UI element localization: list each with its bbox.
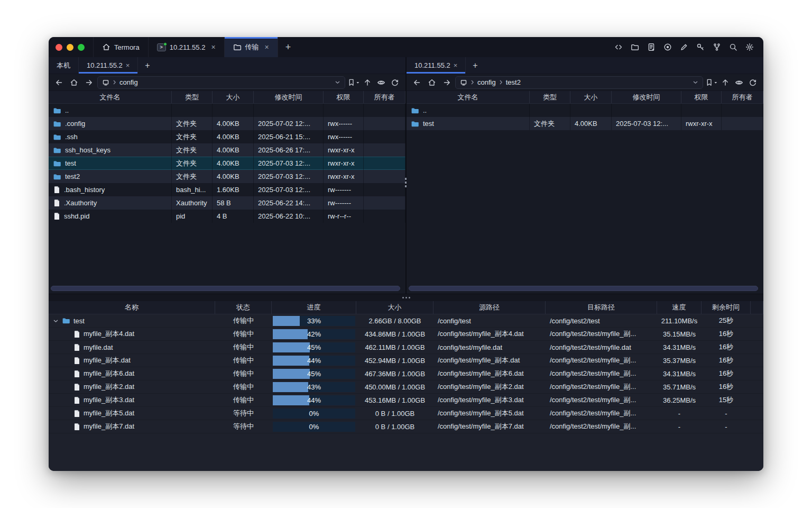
column-header[interactable]: 文件名: [407, 91, 530, 103]
transfer-row-myfile_副本7.dat[interactable]: myfile_副本7.dat等待中0%0 B / 1.00GB/config/t…: [49, 420, 763, 433]
file-size: 4.00KB: [217, 146, 239, 154]
title-tab-10.211.55.2[interactable]: >10.211.55.2×: [149, 37, 225, 57]
forward-button[interactable]: [82, 76, 95, 89]
forward-button[interactable]: [440, 76, 453, 89]
column-header[interactable]: 文件名: [49, 91, 172, 103]
bookmark-button[interactable]: [347, 76, 360, 89]
bookmark-button[interactable]: [705, 76, 718, 89]
code-icon[interactable]: [614, 42, 623, 52]
refresh-button[interactable]: [389, 76, 401, 89]
right-pane-tab-10.211.55.2[interactable]: 10.211.55.2×: [407, 57, 466, 74]
file-row-.ssh[interactable]: .ssh文件夹4.00KB2025-06-21 15:...rwx------: [49, 130, 405, 143]
column-header[interactable]: 所有者: [722, 91, 763, 103]
transfer-column-header[interactable]: 目标路径: [546, 301, 657, 314]
transfer-row-test[interactable]: test传输中33%2.66GB / 8.00GB/config/test/co…: [49, 314, 763, 328]
file-row-test[interactable]: test文件夹4.00KB2025-07-03 12:...rwxr-xr-x: [49, 157, 405, 170]
chevron-right-icon: [470, 79, 475, 85]
path-dropdown-icon[interactable]: [693, 79, 698, 85]
edit-icon[interactable]: [679, 42, 689, 52]
folder-icon[interactable]: [630, 42, 640, 52]
file-row-test2[interactable]: test2文件夹4.00KB2025-07-03 12:...rwxr-xr-x: [49, 170, 405, 183]
column-header[interactable]: 类型: [172, 91, 213, 103]
column-header[interactable]: 修改时间: [254, 91, 324, 103]
path-segment[interactable]: config: [477, 78, 496, 86]
zoom-window-button[interactable]: [78, 44, 85, 51]
file-icon: [73, 330, 80, 338]
file-row-..[interactable]: ..: [49, 104, 405, 117]
column-header[interactable]: 所有者: [364, 91, 405, 103]
close-icon[interactable]: ×: [211, 43, 215, 51]
transfer-size: 434.86MB / 1.00GB: [365, 330, 425, 338]
new-tab-button[interactable]: +: [278, 37, 299, 57]
file-row-.config[interactable]: .config文件夹4.00KB2025-07-02 12:...rwx----…: [49, 117, 405, 130]
transfer-column-filler: [751, 301, 763, 314]
close-icon[interactable]: ×: [454, 61, 458, 69]
back-button[interactable]: [53, 76, 66, 89]
transfer-column-header[interactable]: 速度: [657, 301, 702, 314]
file-row-..[interactable]: ..: [407, 104, 763, 117]
file-row-.Xauthority[interactable]: .XauthorityXauthority58 B2025-06-22 14:.…: [49, 196, 405, 210]
column-header[interactable]: 大小: [213, 91, 254, 103]
close-window-button[interactable]: [56, 44, 62, 51]
refresh-button[interactable]: [746, 76, 759, 89]
path-segment[interactable]: config: [119, 78, 138, 86]
transfer-column-header[interactable]: 状态: [215, 301, 272, 314]
transfer-row-myfile.dat[interactable]: myfile.dat传输中45%462.11MB / 1.00GB/config…: [49, 341, 763, 354]
transfer-source: /config/test/myfile_副本4.dat: [438, 329, 524, 339]
file-size: 4 B: [217, 212, 227, 220]
file-row-.bash_history[interactable]: .bash_historybash_hi...1.60KB2025-07-03 …: [49, 183, 405, 196]
transfer-column-header[interactable]: 名称: [49, 301, 215, 314]
file-row-ssh_host_keys[interactable]: ssh_host_keys文件夹4.00KB2025-06-26 17:...r…: [49, 143, 405, 157]
show-hidden-button[interactable]: [733, 76, 745, 89]
path-segment[interactable]: test2: [506, 78, 521, 86]
transfer-splitter[interactable]: [49, 294, 763, 301]
path-input[interactable]: configtest2: [455, 76, 703, 89]
column-header[interactable]: 类型: [530, 91, 570, 103]
close-icon[interactable]: ×: [265, 43, 269, 51]
title-tab-Termora[interactable]: Termora: [93, 37, 149, 57]
transfer-column-header[interactable]: 进度: [272, 301, 356, 314]
search-icon[interactable]: [728, 42, 738, 52]
transfer-column-header[interactable]: 剩余时间: [702, 301, 751, 314]
transfer-column-header[interactable]: 大小: [356, 301, 433, 314]
column-header[interactable]: 修改时间: [612, 91, 681, 103]
transfer-size: 450.00MB / 1.00GB: [365, 383, 425, 391]
left-horizontal-scrollbar[interactable]: [51, 286, 400, 291]
left-pane-new-tab-button[interactable]: +: [138, 57, 156, 74]
upload-button[interactable]: [719, 76, 732, 89]
column-header[interactable]: 权限: [681, 91, 722, 103]
back-button[interactable]: [411, 76, 423, 89]
transfer-row-myfile_副本2.dat[interactable]: myfile_副本2.dat传输中43%450.00MB / 1.00GB/co…: [49, 380, 763, 394]
transfer-row-myfile_副本4.dat[interactable]: myfile_副本4.dat传输中42%434.86MB / 1.00GB/co…: [49, 328, 763, 341]
right-horizontal-scrollbar[interactable]: [409, 286, 758, 291]
transfer-column-header[interactable]: 源路径: [433, 301, 546, 314]
chevron-down-icon[interactable]: [53, 318, 59, 324]
file-row-sshd.pid[interactable]: sshd.pidpid4 B2025-06-22 10:...rw-r--r--: [49, 210, 405, 223]
title-tab-传输[interactable]: 传输×: [225, 37, 278, 57]
record-icon[interactable]: [663, 42, 672, 52]
upload-button[interactable]: [361, 76, 374, 89]
minimize-window-button[interactable]: [67, 44, 73, 51]
column-header[interactable]: 大小: [570, 91, 612, 103]
branch-icon[interactable]: [712, 42, 722, 52]
path-input[interactable]: config: [97, 76, 345, 89]
right-pane-new-tab-button[interactable]: +: [466, 57, 484, 74]
left-pane-tab-本机[interactable]: 本机: [49, 57, 79, 74]
settings-icon[interactable]: [745, 42, 754, 52]
home-button[interactable]: [426, 76, 438, 89]
transfer-row-myfile_副本6.dat[interactable]: myfile_副本6.dat传输中45%467.36MB / 1.00GB/co…: [49, 367, 763, 380]
left-pane-tab-10.211.55.2[interactable]: 10.211.55.2×: [79, 57, 138, 74]
key-icon[interactable]: [696, 42, 705, 52]
transfer-row-myfile_副本.dat[interactable]: myfile_副本.dat传输中44%452.94MB / 1.00GB/con…: [49, 354, 763, 367]
path-dropdown-icon[interactable]: [335, 79, 340, 85]
file-size: 1.60KB: [217, 186, 239, 194]
log-icon[interactable]: [647, 42, 656, 52]
transfer-row-myfile_副本3.dat[interactable]: myfile_副本3.dat传输中44%453.16MB / 1.00GB/co…: [49, 394, 763, 407]
show-hidden-button[interactable]: [375, 76, 387, 89]
transfer-speed: 35.71MB/s: [663, 383, 696, 391]
transfer-row-myfile_副本5.dat[interactable]: myfile_副本5.dat等待中0%0 B / 1.00GB/config/t…: [49, 407, 763, 420]
column-header[interactable]: 权限: [324, 91, 364, 103]
file-row-test[interactable]: test文件夹4.00KB2025-07-03 12:...rwxr-xr-x: [407, 117, 763, 130]
home-button[interactable]: [68, 76, 80, 89]
close-icon[interactable]: ×: [126, 61, 130, 69]
